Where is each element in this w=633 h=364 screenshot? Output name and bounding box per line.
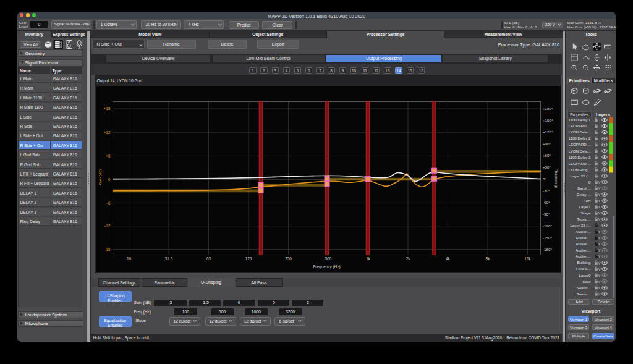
svg-text:Seatin...: Seatin...: [576, 291, 590, 295]
svg-text:LEOPARD ...: LEOPARD ...: [568, 161, 590, 165]
svg-text:Audien...: Audien...: [576, 229, 591, 234]
svg-text:+90°: +90°: [543, 142, 551, 146]
svg-text:Roof: Roof: [582, 279, 590, 283]
svg-text:Audien...: Audien...: [576, 254, 591, 258]
svg-text:+150°: +150°: [543, 118, 553, 122]
svg-text:Y: Y: [598, 192, 600, 196]
svg-text:-120°: -120°: [543, 224, 552, 228]
svg-text:Stage: Stage: [580, 211, 591, 215]
svg-text:8k: 8k: [485, 256, 490, 261]
svg-text:Y: Y: [598, 242, 600, 246]
svg-text:Gain (dB): Gain (dB): [98, 169, 101, 185]
svg-text:FoH: FoH: [583, 198, 590, 202]
svg-text:Y: Y: [598, 211, 600, 215]
svg-text:0°: 0°: [543, 177, 546, 181]
svg-text:Y: Y: [598, 236, 600, 240]
svg-text:Y: Y: [598, 218, 600, 221]
svg-text:2k: 2k: [406, 256, 410, 261]
svg-text:16: 16: [126, 256, 131, 261]
svg-text:+12: +12: [103, 130, 111, 135]
svg-text:Y: Y: [598, 230, 600, 234]
svg-text:+120°: +120°: [543, 130, 553, 134]
svg-text:0: 0: [108, 177, 110, 182]
svg-text:Audien...: Audien...: [576, 248, 591, 252]
svg-text:Layer 22 (...: Layer 22 (...: [570, 173, 590, 177]
svg-text:Y: Y: [598, 205, 600, 209]
svg-text:-150°: -150°: [543, 235, 552, 240]
svg-text:Building: Building: [577, 260, 591, 265]
svg-text:250: 250: [285, 256, 292, 261]
svg-text:Y: Y: [598, 186, 600, 190]
svg-text:-60°: -60°: [543, 200, 550, 205]
svg-text:Y: Y: [598, 279, 600, 283]
svg-text:Delay ...: Delay ...: [576, 192, 590, 196]
svg-text:Y: Y: [598, 292, 600, 295]
svg-text:Truss ...: Truss ...: [577, 217, 590, 221]
svg-text:125: 125: [245, 256, 252, 261]
svg-text:LYON Dela...: LYON Dela...: [568, 130, 590, 134]
svg-text:1100 Delay 3: 1100 Delay 3: [568, 154, 591, 159]
svg-text:-18: -18: [104, 247, 110, 252]
svg-text:16k: 16k: [524, 256, 531, 261]
svg-text:Layer1: Layer1: [579, 204, 590, 208]
svg-text:LEOPARD ...: LEOPARD ...: [568, 124, 590, 128]
svg-text:Band ...: Band ...: [577, 185, 591, 190]
svg-text:Y: Y: [598, 261, 600, 265]
svg-text:4k: 4k: [446, 256, 451, 261]
svg-text:Y: Y: [598, 255, 600, 258]
svg-text:1100 Delay 1: 1100 Delay 1: [568, 117, 591, 122]
svg-text:Layer 23 (...: Layer 23 (...: [570, 223, 590, 227]
svg-text:Frequency (Hz): Frequency (Hz): [313, 265, 340, 269]
svg-text:31.5: 31.5: [164, 256, 172, 261]
svg-text:Y: Y: [598, 248, 600, 252]
svg-text:LYON Dela...: LYON Dela...: [568, 148, 590, 153]
svg-text:Y: Y: [598, 286, 600, 289]
svg-text:500: 500: [325, 256, 331, 261]
svg-text:Phase(deg): Phase(deg): [554, 169, 558, 188]
svg-text:Y: Y: [598, 267, 600, 271]
svg-text:Seatin...: Seatin...: [576, 285, 590, 289]
svg-text:-90°: -90°: [543, 212, 550, 216]
svg-text:Y: Y: [598, 180, 600, 184]
svg-text:1k: 1k: [366, 256, 371, 261]
svg-text:Audien...: Audien...: [576, 242, 591, 246]
svg-text:Audien...: Audien...: [576, 235, 591, 240]
svg-text:1100 Delay 2: 1100 Delay 2: [568, 136, 591, 140]
svg-text:+6: +6: [105, 154, 110, 158]
svg-text:LYON Ring...: LYON Ring...: [568, 167, 590, 171]
svg-text:0: 0: [588, 179, 591, 184]
svg-text:+30°: +30°: [543, 165, 551, 169]
svg-text:Y: Y: [598, 273, 600, 277]
svg-text:-180°: -180°: [543, 247, 552, 252]
svg-text:Y: Y: [598, 199, 600, 203]
svg-text:+18: +18: [103, 106, 111, 111]
svg-text:-30°: -30°: [543, 188, 550, 193]
svg-text:63: 63: [206, 256, 211, 261]
svg-text:+180°: +180°: [543, 106, 553, 111]
svg-text:Field o...: Field o...: [576, 266, 590, 271]
svg-text:-12: -12: [104, 224, 110, 228]
svg-text:LEOPARD ...: LEOPARD ...: [568, 142, 590, 146]
svg-text:+60°: +60°: [543, 153, 551, 158]
svg-text:Layer0: Layer0: [579, 273, 590, 277]
svg-text:-6: -6: [106, 201, 110, 205]
